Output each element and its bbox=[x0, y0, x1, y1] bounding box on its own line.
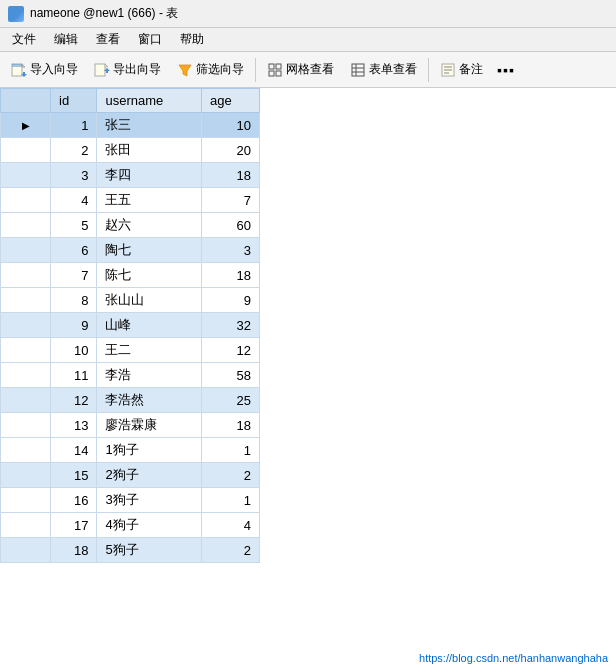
title-text: nameone @new1 (666) - 表 bbox=[30, 5, 178, 22]
more-icon: ▪▪▪ bbox=[497, 62, 515, 78]
app-icon bbox=[8, 6, 24, 22]
cell-id: 13 bbox=[51, 413, 97, 438]
table-row[interactable]: 7陈七18 bbox=[1, 263, 260, 288]
cell-username: 5狗子 bbox=[97, 538, 202, 563]
table-area[interactable]: id username age ▶1张三102张田203李四184王五75赵六6… bbox=[0, 88, 308, 666]
table-body: ▶1张三102张田203李四184王五75赵六606陶七37陈七188张山山99… bbox=[1, 113, 260, 563]
note-button[interactable]: 备注 bbox=[433, 57, 490, 82]
cell-username: 张田 bbox=[97, 138, 202, 163]
data-table: id username age ▶1张三102张田203李四184王五75赵六6… bbox=[0, 88, 260, 563]
table-row[interactable]: 12李浩然25 bbox=[1, 388, 260, 413]
table-row[interactable]: 13廖浩霖康18 bbox=[1, 413, 260, 438]
filter-button[interactable]: 筛选向导 bbox=[170, 57, 251, 82]
column-header-age[interactable]: age bbox=[201, 89, 259, 113]
row-marker bbox=[1, 413, 51, 438]
table-row[interactable]: ▶1张三10 bbox=[1, 113, 260, 138]
row-marker-header bbox=[1, 89, 51, 113]
column-header-username[interactable]: username bbox=[97, 89, 202, 113]
table-row[interactable]: 4王五7 bbox=[1, 188, 260, 213]
cell-age: 25 bbox=[201, 388, 259, 413]
cell-age: 60 bbox=[201, 213, 259, 238]
table-row[interactable]: 2张田20 bbox=[1, 138, 260, 163]
menu-file[interactable]: 文件 bbox=[4, 29, 44, 50]
menu-window[interactable]: 窗口 bbox=[130, 29, 170, 50]
cell-age: 20 bbox=[201, 138, 259, 163]
cell-id: 6 bbox=[51, 238, 97, 263]
cell-id: 14 bbox=[51, 438, 97, 463]
cell-id: 18 bbox=[51, 538, 97, 563]
table-row[interactable]: 174狗子4 bbox=[1, 513, 260, 538]
menu-view[interactable]: 查看 bbox=[88, 29, 128, 50]
table-row[interactable]: 5赵六60 bbox=[1, 213, 260, 238]
table-row[interactable]: 10王二12 bbox=[1, 338, 260, 363]
row-marker bbox=[1, 163, 51, 188]
row-marker bbox=[1, 288, 51, 313]
cell-username: 王二 bbox=[97, 338, 202, 363]
table-row[interactable]: 141狗子1 bbox=[1, 438, 260, 463]
cell-age: 1 bbox=[201, 488, 259, 513]
grid-view-label: 网格查看 bbox=[286, 61, 334, 78]
title-bar: nameone @new1 (666) - 表 bbox=[0, 0, 616, 28]
cell-age: 2 bbox=[201, 538, 259, 563]
cell-id: 8 bbox=[51, 288, 97, 313]
table-row[interactable]: 8张山山9 bbox=[1, 288, 260, 313]
row-marker bbox=[1, 313, 51, 338]
row-marker bbox=[1, 188, 51, 213]
row-marker bbox=[1, 388, 51, 413]
import-button[interactable]: 导入向导 bbox=[4, 57, 85, 82]
cell-username: 4狗子 bbox=[97, 513, 202, 538]
table-row[interactable]: 163狗子1 bbox=[1, 488, 260, 513]
form-view-button[interactable]: 表单查看 bbox=[343, 57, 424, 82]
more-button[interactable]: ▪▪▪ bbox=[492, 58, 520, 82]
svg-rect-16 bbox=[269, 71, 274, 76]
row-marker: ▶ bbox=[1, 113, 51, 138]
cell-id: 5 bbox=[51, 213, 97, 238]
cell-id: 2 bbox=[51, 138, 97, 163]
grid-view-button[interactable]: 网格查看 bbox=[260, 57, 341, 82]
cell-username: 赵六 bbox=[97, 213, 202, 238]
import-label: 导入向导 bbox=[30, 61, 78, 78]
table-row[interactable]: 6陶七3 bbox=[1, 238, 260, 263]
table-row[interactable]: 185狗子2 bbox=[1, 538, 260, 563]
table-row[interactable]: 11李浩58 bbox=[1, 363, 260, 388]
svg-marker-13 bbox=[179, 65, 191, 76]
menu-edit[interactable]: 编辑 bbox=[46, 29, 86, 50]
svg-rect-5 bbox=[12, 64, 22, 67]
row-marker bbox=[1, 213, 51, 238]
cell-age: 18 bbox=[201, 263, 259, 288]
row-marker bbox=[1, 138, 51, 163]
cell-username: 张山山 bbox=[97, 288, 202, 313]
cell-id: 1 bbox=[51, 113, 97, 138]
cell-age: 2 bbox=[201, 463, 259, 488]
table-row[interactable]: 152狗子2 bbox=[1, 463, 260, 488]
row-marker bbox=[1, 513, 51, 538]
export-button[interactable]: 导出向导 bbox=[87, 57, 168, 82]
column-header-id[interactable]: id bbox=[51, 89, 97, 113]
status-url: https://blog.csdn.net/hanhanwanghaha bbox=[419, 652, 608, 664]
grid-icon bbox=[267, 62, 283, 78]
cell-username: 李四 bbox=[97, 163, 202, 188]
svg-rect-17 bbox=[276, 71, 281, 76]
cell-age: 7 bbox=[201, 188, 259, 213]
svg-rect-18 bbox=[352, 64, 364, 76]
cell-id: 10 bbox=[51, 338, 97, 363]
row-marker bbox=[1, 538, 51, 563]
table-header-row: id username age bbox=[1, 89, 260, 113]
right-empty-area bbox=[308, 88, 616, 666]
cell-age: 18 bbox=[201, 413, 259, 438]
toolbar-divider-2 bbox=[428, 58, 429, 82]
cell-username: 王五 bbox=[97, 188, 202, 213]
table-row[interactable]: 9山峰32 bbox=[1, 313, 260, 338]
cell-id: 12 bbox=[51, 388, 97, 413]
svg-rect-8 bbox=[95, 64, 105, 76]
table-row[interactable]: 3李四18 bbox=[1, 163, 260, 188]
export-icon bbox=[94, 62, 110, 78]
menu-help[interactable]: 帮助 bbox=[172, 29, 212, 50]
svg-rect-15 bbox=[276, 64, 281, 69]
filter-icon bbox=[177, 62, 193, 78]
form-view-label: 表单查看 bbox=[369, 61, 417, 78]
cell-username: 李浩 bbox=[97, 363, 202, 388]
main-area: id username age ▶1张三102张田203李四184王五75赵六6… bbox=[0, 88, 616, 666]
cell-username: 陈七 bbox=[97, 263, 202, 288]
row-marker bbox=[1, 263, 51, 288]
